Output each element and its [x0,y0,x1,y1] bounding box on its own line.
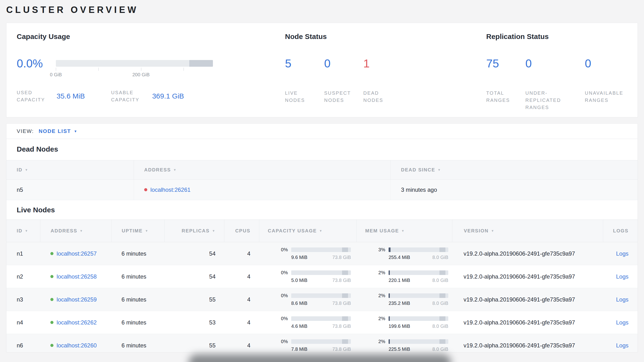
live-node-row: n6 localhost:26260 6 minutes 55 4 0% [6,334,638,352]
mem-usage-cell: 3% 255.4 MiB 8.0 GiB [356,242,452,265]
mem-total-value: 8.0 GiB [432,255,448,260]
replicas-cell: 54 [164,265,224,288]
node-id-cell: n6 [6,334,40,352]
node-address-cell: localhost:26259 [40,288,111,311]
capacity-percent: 0% [268,270,288,275]
mem-percent: 2% [365,316,385,321]
capacity-percent: 0% [268,339,288,344]
version-cell: v19.2.0-alpha.20190606-2491-gfe735c9a97 [452,311,603,334]
logs-cell: Logs [603,334,638,352]
capacity-total-value: 73.8 GiB [332,278,351,283]
mem-used-value: 220.1 MiB [388,278,410,283]
replicas-cell: 55 [164,334,224,352]
capacity-used-percent: 0.0% [17,57,43,70]
node-address-cell: localhost:26258 [40,265,111,288]
unavailable-ranges-stat: 0 UNAVAILABLE RANGES [585,57,635,111]
sort-arrow-icon: ▼ [491,229,494,233]
column-header-dead-since[interactable]: DEAD SINCE ▼ [390,160,638,179]
node-address-link[interactable]: localhost:26261 [150,187,190,193]
sort-arrow-icon: ▼ [145,229,149,233]
dead-nodes-table-header: ID ▼ ADDRESS ▼ DEAD SINCE ▼ [6,160,638,179]
column-header-mem-usage[interactable]: MEM USAGE ▼ [356,220,452,242]
mem-percent: 2% [365,339,385,344]
node-id-cell: n1 [6,242,40,265]
uptime-cell: 6 minutes [111,265,164,288]
mem-mini-bar-marker [440,270,446,275]
logs-cell: Logs [603,311,638,334]
total-ranges-count: 75 [486,57,525,70]
mem-mini-bar [388,248,448,252]
capacity-total-value: 73.8 GiB [332,346,351,352]
dead-nodes-stat: 1 DEAD NODES [363,57,402,104]
capacity-percent: 0% [268,247,288,253]
capacity-usage-cell: 0% 8.6 MiB 73.8 GiB [259,288,356,311]
mem-mini-bar-marker [440,339,446,344]
node-id-cell: n5 [6,179,134,200]
view-label: VIEW: [17,128,34,134]
node-address-link[interactable]: localhost:26258 [56,273,97,280]
logs-link[interactable]: Logs [616,319,628,326]
logs-link[interactable]: Logs [616,250,628,257]
usable-capacity-label: USABLE CAPACITY [111,89,144,103]
caret-down-icon: ▼ [74,129,77,133]
dead-nodes-label: DEAD NODES [363,89,402,104]
dead-node-row: n5 localhost:26261 3 minutes ago [6,179,638,200]
mem-total-value: 8.0 GiB [432,346,448,352]
used-capacity-label: USED CAPACITY [17,89,49,103]
node-address-link[interactable]: localhost:26260 [56,342,97,349]
logs-link[interactable]: Logs [616,296,628,303]
mem-total-value: 8.0 GiB [432,278,448,283]
live-nodes-label: LIVE NODES [285,89,324,104]
logs-link[interactable]: Logs [616,342,628,349]
logs-cell: Logs [603,288,638,311]
live-nodes-table: ID ▼ ADDRESS ▼ UPTIME ▼ REPLICAS ▼ CPUS [6,220,638,352]
capacity-mini-bar-marker [342,248,348,252]
mem-mini-bar-marker [440,248,446,252]
node-address-link[interactable]: localhost:26259 [56,296,97,303]
suspect-nodes-count: 0 [324,57,363,70]
capacity-mini-bar [291,339,351,344]
mem-mini-bar-marker [440,316,446,321]
view-selector-dropdown[interactable]: NODE LIST ▼ [39,128,77,134]
mem-total-value: 8.0 GiB [432,301,448,306]
live-status-icon [50,344,54,347]
column-header-address[interactable]: ADDRESS ▼ [40,220,111,242]
node-id-cell: n3 [6,288,40,311]
cpus-cell: 4 [224,265,259,288]
column-header-address[interactable]: ADDRESS ▼ [134,160,390,179]
column-header-capacity-usage[interactable]: CAPACITY USAGE ▼ [259,220,356,242]
mem-usage-cell: 2% 235.2 MiB 8.0 GiB [356,288,452,311]
column-header-replicas[interactable]: REPLICAS ▼ [164,220,224,242]
view-bar: VIEW: NODE LIST ▼ [6,124,638,139]
column-header-id[interactable]: ID ▼ [6,220,40,242]
column-header-logs: LOGS [603,220,638,242]
capacity-usage-cell: 0% 7.8 MiB 73.8 GiB [259,334,356,352]
suspect-nodes-stat: 0 SUSPECT NODES [324,57,363,104]
version-cell: v19.2.0-alpha.20190606-2491-gfe735c9a97 [452,288,603,311]
node-status-stats: 5 LIVE NODES 0 SUSPECT NODES 1 DEAD NODE… [285,57,402,104]
live-nodes-table-body: n1 localhost:26257 6 minutes 54 4 0% [6,242,638,352]
mem-mini-bar-used [388,293,390,298]
live-nodes-count: 5 [285,57,324,70]
mem-usage-cell: 2% 225.5 MiB 8.0 GiB [356,334,452,352]
capacity-percent: 0% [268,293,288,298]
column-header-id[interactable]: ID ▼ [6,160,134,179]
cpus-cell: 4 [224,334,259,352]
mem-mini-bar-used [388,316,390,321]
logs-link[interactable]: Logs [616,273,628,280]
capacity-usage-bar: 0 GiB 200 GiB [56,60,213,82]
total-ranges-stat: 75 TOTAL RANGES [486,57,525,111]
axis-tick-label: 200 GiB [132,72,150,77]
cluster-overview-page: CLUSTER OVERVIEW Capacity Usage Node Sta… [0,0,644,362]
capacity-bar-track [56,60,213,67]
dead-since-cell: 3 minutes ago [390,179,638,200]
live-node-row: n1 localhost:26257 6 minutes 54 4 0% [6,242,638,265]
column-header-version[interactable]: VERSION ▼ [452,220,603,242]
column-header-uptime[interactable]: UPTIME ▼ [111,220,164,242]
live-nodes-heading: Live Nodes [17,206,638,214]
capacity-usage-cell: 0% 4.6 MiB 73.8 GiB [259,311,356,334]
under-replicated-count: 0 [525,57,585,70]
node-address-link[interactable]: localhost:26257 [56,250,97,257]
node-address-link[interactable]: localhost:26262 [56,319,97,326]
capacity-used-value: 4.6 MiB [291,323,308,329]
